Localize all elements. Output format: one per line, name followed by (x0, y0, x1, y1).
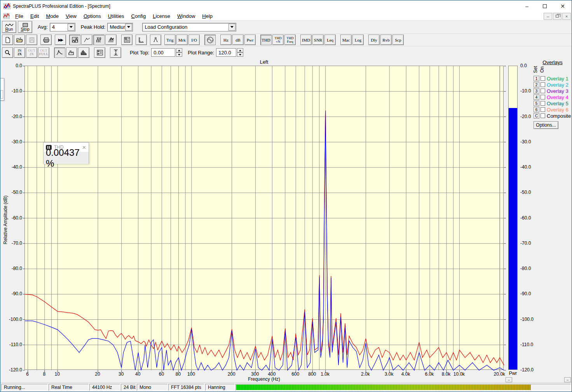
mdi-close-button[interactable]: × (562, 13, 571, 20)
spin-down-icon[interactable] (176, 52, 182, 57)
peak-hold-combo[interactable]: Medium (107, 23, 133, 31)
reverb-button[interactable]: Rvb (380, 35, 392, 45)
control-panel-button[interactable] (121, 35, 133, 45)
zoom-button[interactable] (2, 47, 13, 58)
filled-plot-button[interactable] (66, 47, 77, 58)
overlay-composite-set-button[interactable]: C (534, 113, 539, 118)
plot-range-input[interactable]: 120.0 (216, 48, 236, 57)
overlay-row: 2 Overlay 2 (534, 82, 572, 88)
stop-button[interactable]: Stop (18, 21, 32, 33)
spin-up-icon[interactable] (237, 48, 243, 52)
mdi-minimize-button[interactable]: – (544, 13, 552, 20)
scale-button[interactable] (136, 35, 147, 45)
menu-edit[interactable]: Edit (27, 12, 42, 20)
plot-range-spinner[interactable] (237, 48, 243, 57)
marker-button[interactable]: Mrk (176, 35, 188, 45)
menu-help[interactable]: Help (199, 12, 216, 20)
plot-range-label: Plot Range: (188, 50, 214, 56)
overlay-4-set-button[interactable]: 4 (534, 94, 539, 100)
menu-utilities[interactable]: Utilities (105, 12, 128, 20)
maximize-button[interactable] (536, 0, 554, 12)
load-configuration-combo[interactable]: Load Configuration (142, 23, 236, 31)
plot-top-input[interactable]: 0.00 (151, 48, 175, 57)
calibration-button[interactable] (150, 35, 161, 45)
overlay-5-checkbox[interactable] (541, 101, 545, 106)
macro-button[interactable]: Mac (340, 35, 352, 45)
thd-button[interactable]: THD (260, 35, 272, 45)
overlay-3-set-button[interactable]: 3 (534, 88, 539, 94)
leq-button[interactable]: Leq (324, 35, 336, 45)
overlay-4-checkbox[interactable] (541, 95, 545, 99)
menu-window[interactable]: Window (174, 12, 199, 20)
minimize-button[interactable]: – (518, 0, 536, 12)
thd-n-button[interactable]: THD+N (272, 35, 284, 45)
overlay-2-set-button[interactable]: 2 (534, 82, 539, 87)
avg-combo[interactable]: 4 (50, 23, 75, 31)
plot-channel-title: Left (24, 59, 504, 65)
overlay-2-checkbox[interactable] (541, 82, 545, 87)
print-button[interactable] (40, 35, 52, 45)
spectrogram-view-button[interactable] (93, 35, 105, 45)
y-tick-label: -20.0 (2, 114, 22, 119)
spin-up-icon[interactable] (176, 48, 182, 52)
open-file-button[interactable] (14, 35, 25, 45)
plot-top-spinner[interactable] (176, 48, 182, 57)
overlay-row: 3 Overlay 3 (534, 88, 572, 94)
spin-down-icon[interactable] (237, 52, 243, 57)
x-tick-label: 1.0k (321, 371, 330, 377)
fast-forward-button[interactable]: ▶▶ (55, 35, 66, 45)
menu-view[interactable]: View (62, 12, 80, 20)
imd-button[interactable]: IMD (300, 35, 312, 45)
zoom-out-2x-button[interactable]: OUT2X (26, 47, 37, 58)
overlay-1-checkbox[interactable] (541, 76, 545, 81)
line-plot-button[interactable] (54, 47, 65, 58)
zoom-in-2x-button[interactable]: IN2X (14, 47, 25, 58)
save-button[interactable] (26, 35, 37, 45)
trigger-button[interactable]: Trig (164, 35, 176, 45)
avg-combo-arrow[interactable] (68, 24, 75, 31)
overlay-6-checkbox[interactable] (541, 107, 545, 112)
close-button[interactable]: ✕ (554, 0, 572, 12)
splitter-button-right[interactable]: – (564, 377, 571, 382)
overlay-1-set-button[interactable]: 1 (534, 76, 539, 81)
splitter-button-left[interactable]: – (506, 377, 512, 382)
thd-freq-button[interactable]: THDFreq (284, 35, 296, 45)
peak-hold-combo-arrow[interactable] (125, 24, 132, 31)
bar-plot-button[interactable] (78, 47, 89, 58)
load-configuration-arrow[interactable] (228, 24, 235, 31)
waveform-view-button[interactable] (81, 35, 92, 45)
log-button[interactable]: Log (352, 35, 364, 45)
snr-button[interactable]: SNR (312, 35, 324, 45)
overlay-5-set-button[interactable]: 5 (534, 101, 539, 106)
plot-options-button[interactable] (94, 47, 105, 58)
spectrogram-view-icon (96, 37, 102, 43)
snr-label: SNR (314, 38, 322, 42)
menu-license[interactable]: License (149, 12, 174, 20)
menu-options[interactable]: Options (80, 12, 105, 20)
thd-readout-panel[interactable]: THD ✕ 0.00437 % (43, 142, 89, 164)
scope-button[interactable]: Scp (392, 35, 404, 45)
signal-generator-button[interactable] (204, 35, 216, 45)
overlays-options-button[interactable]: Options... (534, 121, 558, 129)
io-button[interactable]: I/O (188, 35, 200, 45)
delay-button[interactable]: Dly (368, 35, 380, 45)
y-tick-label: -80.0 (2, 266, 22, 271)
surface-view-button[interactable] (105, 35, 117, 45)
menu-config[interactable]: Config (128, 12, 150, 20)
overlay-3-checkbox[interactable] (541, 89, 545, 93)
hz-button[interactable]: Hz (220, 35, 232, 45)
db-button[interactable]: dB (232, 35, 244, 45)
zoom-out-full-button[interactable]: OUTFULL (38, 47, 49, 58)
overlay-composite-checkbox[interactable] (541, 113, 545, 118)
mdi-restore-button[interactable] (553, 13, 562, 20)
spectrum-view-button[interactable] (69, 35, 80, 45)
overlay-6-set-button[interactable]: 6 (534, 107, 539, 112)
run-button[interactable]: Run (2, 21, 16, 33)
pwr-button[interactable]: Pwr (244, 35, 256, 45)
spectrum-plot[interactable] (24, 66, 504, 370)
menu-file[interactable]: File (12, 12, 27, 20)
amplitude-range-button[interactable] (110, 47, 121, 58)
menu-mode[interactable]: Mode (42, 12, 62, 20)
thd-freq-label-2: Freq (287, 40, 293, 44)
new-file-button[interactable] (2, 35, 13, 45)
